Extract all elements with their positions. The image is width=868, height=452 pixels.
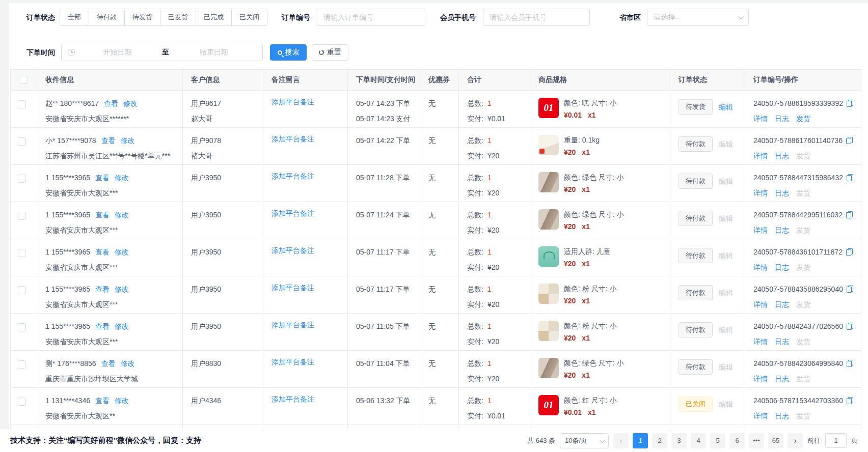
view-receiver-link[interactable]: 查看 — [95, 211, 110, 219]
modify-receiver-link[interactable]: 修改 — [115, 285, 129, 293]
copy-icon[interactable] — [847, 397, 853, 404]
prev-page-button[interactable]: ‹ — [613, 433, 629, 448]
ship-link[interactable]: 发货 — [796, 337, 810, 346]
page-size-select[interactable]: 10条/页 — [560, 433, 609, 448]
modify-receiver-link[interactable]: 修改 — [121, 136, 135, 145]
ship-link[interactable]: 发货 — [796, 115, 810, 123]
page-button-4[interactable]: 4 — [691, 433, 706, 448]
detail-link[interactable]: 详情 — [753, 300, 768, 308]
view-receiver-link[interactable]: 查看 — [104, 99, 118, 107]
log-link[interactable]: 日志 — [775, 226, 789, 234]
detail-link[interactable]: 详情 — [753, 152, 768, 160]
add-note-link[interactable]: 添加平台备注 — [272, 209, 314, 217]
detail-link[interactable]: 详情 — [753, 337, 768, 346]
status-tab-3[interactable]: 已发货 — [160, 9, 196, 26]
log-link[interactable]: 日志 — [775, 300, 789, 308]
page-button-3[interactable]: 3 — [671, 433, 687, 448]
page-button-5[interactable]: 5 — [710, 433, 725, 448]
copy-icon[interactable] — [847, 360, 853, 367]
row-checkbox[interactable] — [18, 360, 26, 369]
ship-link[interactable]: 发货 — [796, 152, 810, 160]
view-receiver-link[interactable]: 查看 — [95, 174, 110, 182]
add-note-link[interactable]: 添加平台备注 — [272, 395, 314, 403]
page-button-1[interactable]: 1 — [633, 433, 648, 448]
add-note-link[interactable]: 添加平台备注 — [272, 172, 314, 180]
view-receiver-link[interactable]: 查看 — [95, 322, 110, 330]
modify-receiver-link[interactable]: 修改 — [115, 248, 129, 256]
copy-icon[interactable] — [847, 286, 853, 293]
region-select[interactable]: 请选择... — [647, 9, 749, 26]
page-button-2[interactable]: 2 — [652, 433, 667, 448]
row-checkbox[interactable] — [18, 175, 26, 183]
member-phone-input[interactable] — [483, 9, 590, 26]
status-tab-1[interactable]: 待付款 — [89, 9, 125, 26]
log-link[interactable]: 日志 — [775, 337, 789, 346]
edit-status-link[interactable]: 编辑 — [719, 174, 733, 189]
status-tab-0[interactable]: 全部 — [60, 9, 89, 26]
modify-receiver-link[interactable]: 修改 — [123, 99, 138, 107]
detail-link[interactable]: 详情 — [753, 189, 768, 197]
end-date-input[interactable]: 结束日期 — [171, 48, 256, 57]
log-link[interactable]: 日志 — [775, 115, 789, 123]
copy-icon[interactable] — [847, 174, 853, 181]
edit-status-link[interactable]: 编辑 — [719, 397, 733, 412]
view-receiver-link[interactable]: 查看 — [101, 136, 116, 145]
edit-status-link[interactable]: 编辑 — [719, 322, 733, 337]
modify-receiver-link[interactable]: 修改 — [115, 322, 129, 330]
edit-status-link[interactable]: 编辑 — [719, 359, 733, 375]
detail-link[interactable]: 详情 — [753, 375, 768, 383]
row-checkbox[interactable] — [18, 286, 26, 294]
edit-status-link[interactable]: 编辑 — [719, 285, 733, 300]
ship-link[interactable]: 发货 — [796, 300, 810, 308]
row-checkbox[interactable] — [18, 323, 26, 331]
copy-icon[interactable] — [847, 323, 853, 330]
log-link[interactable]: 日志 — [775, 412, 789, 420]
edit-status-link[interactable]: 编辑 — [719, 99, 733, 115]
modify-receiver-link[interactable]: 修改 — [115, 211, 129, 219]
log-link[interactable]: 日志 — [775, 263, 789, 271]
next-page-button[interactable]: › — [788, 433, 803, 448]
copy-icon[interactable] — [846, 211, 853, 218]
copy-icon[interactable] — [846, 137, 853, 144]
edit-status-link[interactable]: 编辑 — [719, 211, 733, 226]
ship-link[interactable]: 发货 — [796, 263, 810, 271]
status-tab-5[interactable]: 已关闭 — [231, 9, 267, 26]
edit-status-link[interactable]: 编辑 — [719, 248, 733, 263]
ship-link[interactable]: 发货 — [796, 189, 810, 197]
ship-link[interactable]: 发货 — [796, 412, 810, 420]
detail-link[interactable]: 详情 — [753, 226, 768, 234]
view-receiver-link[interactable]: 查看 — [95, 397, 110, 405]
row-checkbox[interactable] — [18, 137, 26, 146]
add-note-link[interactable]: 添加平台备注 — [272, 284, 314, 292]
detail-link[interactable]: 详情 — [753, 263, 768, 271]
reset-button[interactable]: 重置 — [312, 44, 348, 61]
status-tab-2[interactable]: 待发货 — [124, 9, 160, 26]
add-note-link[interactable]: 添加平台备注 — [272, 246, 314, 255]
edit-status-link[interactable]: 编辑 — [719, 136, 733, 152]
start-date-input[interactable]: 开始日期 — [75, 48, 160, 57]
page-button-6[interactable]: 6 — [729, 433, 745, 448]
row-checkbox[interactable] — [18, 249, 26, 257]
modify-receiver-link[interactable]: 修改 — [121, 359, 135, 368]
view-receiver-link[interactable]: 查看 — [95, 285, 110, 293]
page-button-65[interactable]: 65 — [768, 433, 783, 448]
row-checkbox[interactable] — [18, 212, 26, 220]
add-note-link[interactable]: 添加平台备注 — [272, 321, 314, 329]
date-range-picker[interactable]: 开始日期 至 结束日期 — [61, 44, 263, 61]
row-checkbox[interactable] — [18, 398, 26, 406]
detail-link[interactable]: 详情 — [753, 115, 768, 123]
row-checkbox[interactable] — [18, 100, 26, 108]
search-button[interactable]: 搜索 — [270, 44, 307, 61]
add-note-link[interactable]: 添加平台备注 — [272, 135, 314, 143]
add-note-link[interactable]: 添加平台备注 — [272, 358, 314, 366]
copy-icon[interactable] — [846, 248, 853, 256]
view-receiver-link[interactable]: 查看 — [101, 359, 116, 368]
log-link[interactable]: 日志 — [775, 375, 789, 383]
ship-link[interactable]: 发货 — [796, 375, 810, 383]
copy-icon[interactable] — [847, 100, 853, 107]
log-link[interactable]: 日志 — [775, 152, 789, 160]
view-receiver-link[interactable]: 查看 — [95, 248, 110, 256]
order-no-input[interactable] — [317, 9, 425, 26]
modify-receiver-link[interactable]: 修改 — [115, 397, 129, 405]
page-ellipsis[interactable]: ••• — [749, 433, 764, 448]
